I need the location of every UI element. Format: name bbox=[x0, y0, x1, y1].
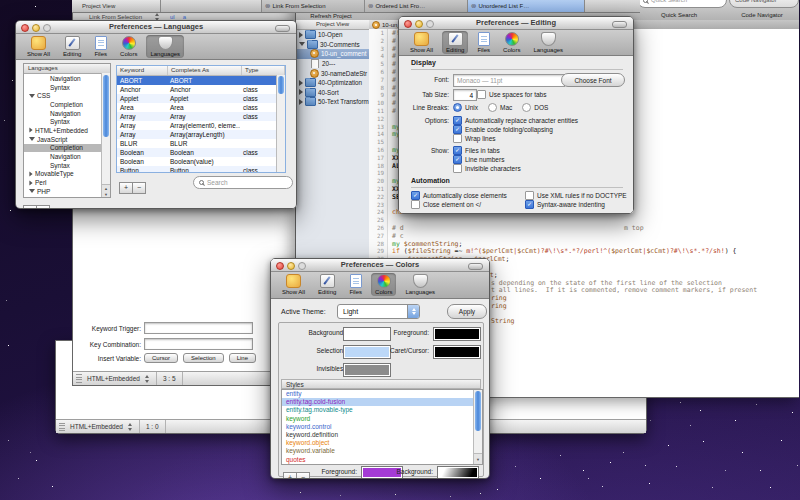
tree-item[interactable]: 40-Sort bbox=[296, 88, 369, 98]
tree-item[interactable]: 30-nameDateStr bbox=[296, 68, 369, 78]
disclosure-triangle[interactable] bbox=[29, 137, 35, 141]
style-list-item[interactable]: keyword.variable bbox=[282, 447, 482, 455]
style-list-item[interactable]: quotes bbox=[282, 456, 482, 464]
table-row[interactable]: AppletAppletclass bbox=[117, 94, 285, 103]
styles-header[interactable]: Styles bbox=[281, 379, 481, 389]
checkbox[interactable] bbox=[453, 134, 462, 143]
checkbox-row[interactable]: ✓Automatically close elements bbox=[411, 191, 519, 200]
radio-dos[interactable]: DOS bbox=[522, 103, 548, 112]
snippet-tab[interactable]: ⊗Unordered List F… bbox=[468, 0, 585, 12]
language-list-item[interactable]: Navigation bbox=[24, 152, 110, 161]
language-popup[interactable]: HTML+Embedded bbox=[70, 423, 123, 430]
breadcrumb-tag[interactable]: ul bbox=[170, 14, 175, 20]
table-row[interactable]: AreaAreaclass bbox=[117, 103, 285, 112]
code-navigator-popup[interactable]: Code Navigator bbox=[729, 0, 799, 8]
keyword-trigger-field[interactable] bbox=[144, 322, 253, 334]
tree-item[interactable]: 10-un_comment bbox=[296, 49, 369, 59]
tab-close-icon[interactable]: ⊗ bbox=[471, 2, 476, 10]
style-list-item[interactable]: keyword.definition bbox=[282, 431, 482, 439]
keyword-table-header[interactable]: KeywordCompletes AsType bbox=[117, 66, 285, 76]
choose-font-button[interactable]: Choose Font bbox=[561, 73, 625, 87]
selection-button[interactable]: Selection bbox=[183, 353, 224, 363]
toolbar-item-languages[interactable]: Languages bbox=[401, 273, 439, 296]
disclosure-triangle[interactable] bbox=[299, 89, 303, 95]
language-list-item[interactable]: CSS bbox=[24, 91, 110, 100]
tab-close-icon[interactable]: ⊗ bbox=[368, 2, 373, 10]
font-field[interactable]: Monaco — 11pt bbox=[453, 74, 565, 87]
project-view-header[interactable]: Project View bbox=[72, 0, 161, 12]
refresh-project-button[interactable]: Refresh Project bbox=[298, 13, 364, 19]
table-row[interactable]: ButtonButtonclass bbox=[117, 166, 285, 173]
search-input[interactable]: Search bbox=[193, 176, 293, 189]
checkbox[interactable]: ✓ bbox=[453, 125, 462, 134]
table-row[interactable]: ABORTABORT bbox=[117, 76, 285, 85]
language-list-item[interactable]: Completion bbox=[24, 100, 110, 109]
scrollbar-thumb[interactable] bbox=[475, 391, 481, 431]
stepper-icon[interactable] bbox=[144, 375, 150, 383]
checkbox-row[interactable]: Invisible characters bbox=[453, 164, 521, 173]
checkbox-row[interactable]: ✓Automatically replace character entitie… bbox=[453, 116, 578, 125]
checkbox[interactable] bbox=[477, 90, 486, 99]
breadcrumb-tag[interactable]: a bbox=[183, 14, 186, 20]
add-keyword-button[interactable]: + bbox=[119, 182, 133, 194]
style-list-item[interactable]: keyword.control bbox=[282, 423, 482, 431]
tree-item[interactable]: 10-Open bbox=[296, 30, 369, 40]
disclosure-triangle[interactable] bbox=[299, 99, 303, 105]
language-list-item[interactable]: Syntax bbox=[24, 161, 110, 170]
line-button[interactable]: Line bbox=[229, 353, 256, 363]
breadcrumb-item[interactable]: Link From Selection bbox=[89, 14, 142, 20]
toolbar-item-colors[interactable]: Colors bbox=[116, 35, 141, 58]
color-well-invisibles[interactable] bbox=[343, 363, 391, 377]
style-list-item[interactable]: entity.tag.movable-type bbox=[282, 406, 482, 414]
tree-item[interactable]: 50-Text Transform bbox=[296, 97, 369, 107]
disclosure-triangle[interactable] bbox=[299, 42, 305, 46]
tree-item[interactable]: 30-Comments bbox=[296, 40, 369, 50]
toolbar-item-show-all[interactable]: Show All bbox=[278, 273, 309, 296]
toolbar-item-editing[interactable]: Editing bbox=[442, 31, 468, 54]
cursor-button[interactable]: Cursor bbox=[144, 353, 178, 363]
toolbar-item-show-all[interactable]: Show All bbox=[23, 35, 54, 58]
language-list-item[interactable]: Completion bbox=[24, 144, 110, 153]
column-header-keyword[interactable]: Keyword bbox=[117, 66, 168, 75]
style-list-item[interactable]: entity.tag.cold-fusion bbox=[282, 398, 482, 406]
toolbar-item-colors[interactable]: Colors bbox=[371, 273, 396, 296]
languages-header[interactable]: Languages bbox=[24, 64, 110, 74]
toolbar-item-files[interactable]: Files bbox=[90, 35, 111, 58]
table-row[interactable]: ArrayArray(arrayLength) bbox=[117, 130, 285, 139]
checkbox-row[interactable]: Wrap lines bbox=[453, 134, 578, 143]
toolbar-item-languages[interactable]: Languages bbox=[529, 31, 567, 54]
table-row[interactable]: AnchorAnchorclass bbox=[117, 85, 285, 94]
toolbar-toggle-capsule[interactable] bbox=[275, 25, 290, 32]
apply-button[interactable]: Apply bbox=[447, 304, 487, 319]
remove-language-button[interactable]: − bbox=[36, 205, 50, 209]
table-row[interactable]: BooleanBoolean(value) bbox=[117, 157, 285, 166]
checkbox-row[interactable]: Close element on </ bbox=[411, 200, 519, 209]
resize-grip[interactable] bbox=[76, 374, 82, 383]
use-spaces-checkbox[interactable]: Use spaces for tabs bbox=[477, 90, 546, 99]
disclosure-triangle[interactable] bbox=[29, 172, 32, 177]
title-bar[interactable]: Preferences — Editing bbox=[399, 17, 633, 30]
table-row[interactable]: ArrayArrayclass bbox=[117, 112, 285, 121]
language-list-item[interactable]: Navigation bbox=[24, 74, 110, 83]
snippet-tab[interactable]: ⊗Link From Selection bbox=[262, 0, 365, 12]
add-style-button[interactable]: + bbox=[283, 472, 297, 479]
title-bar[interactable]: Preferences — Colors bbox=[271, 259, 489, 272]
toolbar-item-show-all[interactable]: Show All bbox=[406, 31, 437, 54]
stepper-icon[interactable] bbox=[127, 423, 133, 431]
checkbox[interactable] bbox=[525, 191, 534, 200]
disclosure-triangle[interactable] bbox=[299, 32, 303, 38]
disclosure-triangle[interactable] bbox=[299, 80, 303, 86]
checkbox[interactable]: ✓ bbox=[525, 200, 534, 209]
resize-grip[interactable] bbox=[59, 422, 65, 431]
style-list-item[interactable]: entity bbox=[282, 390, 482, 398]
toolbar-toggle-capsule[interactable] bbox=[612, 21, 627, 28]
checkbox-row[interactable]: ✓Enable code folding/collapsing bbox=[453, 125, 578, 134]
toolbar-item-files[interactable]: Files bbox=[345, 273, 366, 296]
checkbox-row[interactable]: ✓Syntax-aware indenting bbox=[525, 200, 627, 209]
language-list-item[interactable]: PHP bbox=[24, 187, 110, 196]
scrollbar[interactable] bbox=[473, 390, 482, 454]
scrollbar[interactable] bbox=[101, 73, 110, 185]
style-background-well[interactable] bbox=[437, 466, 479, 479]
scrollbar-thumb[interactable] bbox=[103, 75, 109, 137]
project-view-header[interactable]: Project View bbox=[296, 20, 369, 30]
